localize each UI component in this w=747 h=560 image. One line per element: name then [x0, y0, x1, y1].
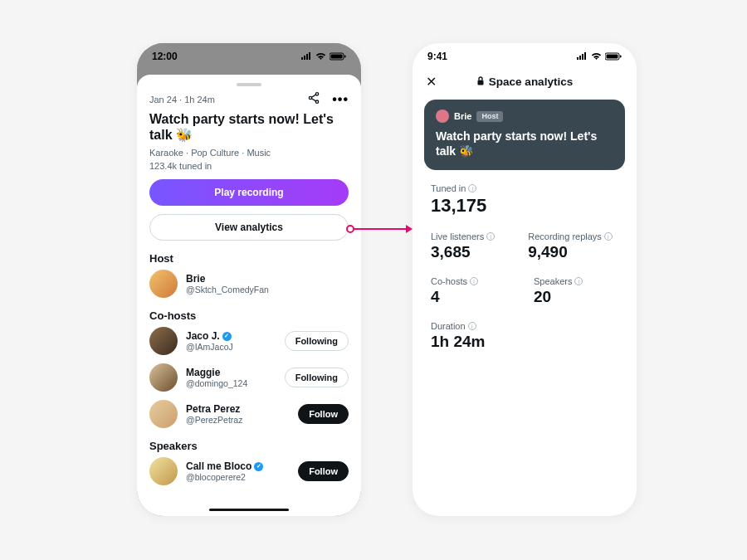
- follow-button[interactable]: Follow: [298, 461, 349, 481]
- stat-label-live-listeners: Live listenersi: [431, 231, 495, 241]
- status-bar: 9:41: [413, 43, 637, 66]
- share-icon[interactable]: [307, 91, 320, 108]
- stat-label-tuned-in: Tuned ini: [431, 183, 618, 193]
- cohost-row[interactable]: Jaco J. ✓ @IAmJacoJ Following: [149, 327, 349, 355]
- svg-rect-9: [607, 55, 618, 59]
- speaker-row[interactable]: Call me Bloco ✓ @blocoperere2 Follow: [149, 457, 349, 485]
- cohost-row[interactable]: Maggie @domingo_124 Following: [149, 363, 349, 392]
- user-name: Jaco J.: [186, 330, 220, 342]
- user-handle: @domingo_124: [186, 378, 276, 388]
- wifi-icon: [591, 52, 602, 61]
- info-icon[interactable]: i: [470, 277, 478, 285]
- user-name: Petra Perez: [186, 403, 240, 415]
- status-bar: 12:00: [137, 43, 361, 66]
- close-icon[interactable]: ✕: [426, 74, 437, 90]
- analytics-stats: Tuned ini 13,175 Live listenersi 3,685 R…: [413, 178, 637, 371]
- play-recording-button[interactable]: Play recording: [149, 179, 349, 206]
- section-host: Host: [149, 252, 349, 265]
- svg-rect-10: [620, 56, 622, 58]
- verified-icon: ✓: [254, 462, 263, 471]
- follow-button[interactable]: Following: [285, 368, 349, 387]
- follow-button[interactable]: Following: [285, 331, 349, 351]
- user-handle: @PerezPetraz: [186, 415, 290, 425]
- phone-space-detail: 12:00 Jan 24 · 1h 24m ••• Watch party st…: [137, 43, 361, 516]
- svg-rect-1: [331, 55, 343, 59]
- status-indicators: [300, 52, 346, 61]
- stat-value-speakers: 20: [534, 288, 583, 306]
- header-title: Space analytics: [489, 75, 573, 88]
- follow-button[interactable]: Follow: [298, 404, 349, 424]
- svg-line-6: [312, 95, 316, 97]
- cohost-row[interactable]: Petra Perez @PerezPetraz Follow: [149, 400, 349, 428]
- svg-point-3: [316, 93, 319, 95]
- stat-value-tuned-in: 13,175: [431, 195, 618, 217]
- more-icon[interactable]: •••: [332, 92, 349, 107]
- phone-space-analytics: 9:41 ✕ Space analytics Brie Host Watch p…: [413, 43, 637, 516]
- section-speakers: Speakers: [149, 440, 349, 452]
- svg-point-4: [310, 96, 312, 99]
- info-icon[interactable]: i: [468, 184, 476, 192]
- stat-value-cohosts: 4: [431, 288, 500, 306]
- space-tuned-in: 123.4k tuned in: [149, 161, 349, 171]
- user-handle: @IAmJacoJ: [186, 342, 276, 352]
- space-title: Watch party starts now! Let's talk 🐝: [149, 111, 349, 143]
- stat-label-replays: Recording replaysi: [528, 231, 613, 241]
- lock-icon: [476, 76, 485, 87]
- space-meta: Jan 24 · 1h 24m: [149, 95, 215, 105]
- info-icon[interactable]: i: [604, 232, 613, 241]
- info-icon[interactable]: i: [574, 277, 583, 285]
- space-sheet: Jan 24 · 1h 24m ••• Watch party starts n…: [137, 75, 361, 516]
- stat-label-duration: Durationi: [431, 321, 618, 331]
- user-handle: @blocoperere2: [186, 472, 290, 482]
- user-name: Call me Bloco: [186, 460, 251, 472]
- stat-value-live-listeners: 3,685: [431, 243, 495, 261]
- svg-rect-2: [344, 56, 346, 58]
- avatar: [149, 400, 178, 428]
- space-summary-card: Brie Host Watch party starts now! Let's …: [424, 100, 625, 170]
- signal-icon: [576, 52, 588, 61]
- user-name: Brie: [186, 273, 205, 285]
- status-time: 12:00: [152, 51, 178, 62]
- svg-point-5: [316, 100, 319, 103]
- status-indicators: [576, 52, 622, 61]
- analytics-header: ✕ Space analytics: [413, 66, 637, 96]
- view-analytics-button[interactable]: View analytics: [149, 214, 349, 241]
- avatar: [149, 327, 178, 355]
- user-name: Maggie: [186, 367, 220, 378]
- card-title: Watch party starts now! Let's talk 🐝: [436, 129, 613, 158]
- svg-line-7: [312, 99, 316, 101]
- status-time: 9:41: [427, 51, 447, 62]
- section-cohosts: Co-hosts: [149, 309, 349, 322]
- wifi-icon: [315, 52, 326, 61]
- stat-label-cohosts: Co-hostsi: [431, 276, 500, 286]
- battery-icon: [330, 52, 346, 61]
- host-badge: Host: [476, 111, 503, 122]
- battery-icon: [605, 52, 622, 61]
- signal-icon: [300, 52, 312, 61]
- host-row[interactable]: Brie @Sktch_ComedyFan: [149, 270, 349, 298]
- avatar: [149, 457, 178, 485]
- info-icon[interactable]: i: [486, 232, 495, 241]
- sheet-grabber[interactable]: [237, 83, 261, 86]
- avatar: [149, 363, 178, 392]
- stat-label-speakers: Speakersi: [534, 276, 583, 286]
- avatar: [436, 110, 449, 123]
- home-indicator[interactable]: [209, 509, 289, 512]
- info-icon[interactable]: i: [468, 322, 476, 330]
- svg-rect-11: [477, 80, 483, 85]
- user-handle: @Sktch_ComedyFan: [186, 285, 349, 295]
- verified-icon: ✓: [222, 332, 232, 341]
- stat-value-duration: 1h 24m: [431, 333, 618, 351]
- stat-value-replays: 9,490: [528, 243, 613, 261]
- avatar: [149, 270, 178, 298]
- card-host-name: Brie: [454, 111, 471, 121]
- space-tags: Karaoke · Pop Culture · Music: [149, 148, 349, 158]
